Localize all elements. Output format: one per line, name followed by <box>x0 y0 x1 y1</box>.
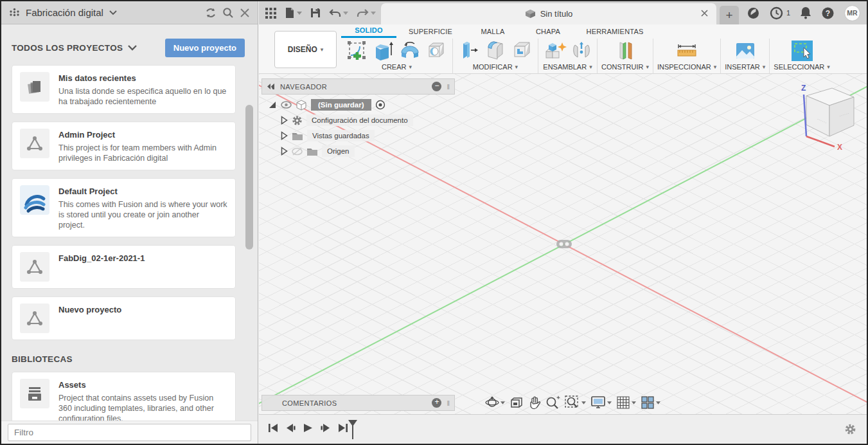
app-bar-right-tools: 1 ? MR <box>747 1 860 24</box>
save-icon[interactable] <box>310 8 321 18</box>
panel-grip-handle[interactable]: ‖ <box>447 83 450 91</box>
group-ensamblar-dropdown[interactable]: ENSAMBLAR ▾ <box>543 63 592 74</box>
fillet-icon[interactable] <box>483 39 508 63</box>
fusion-logo-icon <box>20 185 49 215</box>
play-icon[interactable] <box>303 422 314 436</box>
visibility-eye-icon[interactable] <box>281 101 292 109</box>
tree-item-named-views[interactable]: Vistas guardadas <box>268 128 413 143</box>
all-projects-dropdown[interactable]: TODOS LOS PROYECTOS <box>12 43 137 53</box>
orbit-icon[interactable] <box>485 395 505 410</box>
undo-icon[interactable] <box>329 8 348 18</box>
group-insertar-dropdown[interactable]: INSERTAR ▾ <box>725 63 765 74</box>
extensions-icon[interactable] <box>747 6 760 20</box>
create-sketch-icon[interactable] <box>345 39 369 63</box>
document-tab[interactable]: Sin título <box>381 3 716 24</box>
pan-icon[interactable] <box>528 395 541 410</box>
filter-input[interactable] <box>8 424 251 441</box>
show-data-panel-icon[interactable] <box>265 8 276 19</box>
tab-malla[interactable]: MALLA <box>465 24 521 38</box>
select-icon[interactable] <box>789 39 815 63</box>
revolve-icon[interactable] <box>398 39 422 63</box>
group-label: INSERTAR <box>725 63 760 71</box>
expand-open-icon[interactable] <box>268 100 277 109</box>
zoom-icon[interactable] <box>545 395 560 410</box>
refresh-icon[interactable] <box>205 7 217 19</box>
file-menu-icon[interactable] <box>285 7 302 19</box>
help-icon[interactable]: ? <box>821 6 835 20</box>
new-tab-button[interactable]: + <box>720 6 739 24</box>
hub-title[interactable]: Fabricación digital <box>26 7 103 18</box>
navigator-panel-header[interactable]: NAVEGADOR − ‖ <box>261 78 455 95</box>
model-canvas[interactable]: NAVEGADOR − ‖ (Sin guardar) Configuració… <box>259 74 867 414</box>
step-back-icon[interactable] <box>285 422 296 436</box>
hole-icon[interactable] <box>424 39 448 63</box>
skip-to-end-icon[interactable] <box>337 422 348 436</box>
group-construir-dropdown[interactable]: CONSTRUIR ▾ <box>601 63 649 74</box>
activate-radio-icon[interactable] <box>375 100 385 110</box>
zoom-window-icon[interactable] <box>565 395 586 410</box>
panel-grip-handle[interactable]: ‖ <box>447 399 450 407</box>
group-inspeccionar-dropdown[interactable]: INSPECCIONAR ▾ <box>657 63 716 74</box>
caret-down-icon <box>500 401 505 404</box>
group-seleccionar: SELECCIONAR ▾ <box>769 39 833 73</box>
new-project-button[interactable]: Nuevo proyecto <box>165 39 245 57</box>
caret-down-icon <box>632 401 636 404</box>
notifications-bell-icon[interactable] <box>800 6 811 19</box>
tree-item-document-settings[interactable]: Configuración del documento <box>268 113 413 128</box>
job-status-icon[interactable]: 1 <box>770 6 790 20</box>
group-modificar-dropdown[interactable]: MODIFICAR ▾ <box>473 63 518 74</box>
combine-icon[interactable] <box>509 39 534 63</box>
redo-icon[interactable] <box>357 8 376 18</box>
group-crear-dropdown[interactable]: CREAR ▾ <box>382 63 412 74</box>
tab-herramientas[interactable]: HERRAMIENTAS <box>575 24 655 38</box>
tree-item-origin[interactable]: Origen <box>268 143 413 159</box>
root-document-label[interactable]: (Sin guardar) <box>311 99 371 111</box>
measure-icon[interactable] <box>674 39 700 63</box>
look-at-icon[interactable] <box>509 396 524 409</box>
comments-panel-header[interactable]: COMENTARIOS + ‖ <box>261 395 455 411</box>
step-forward-icon[interactable] <box>320 422 331 436</box>
project-card-nuevo[interactable]: Nuevo proyecto <box>12 296 236 340</box>
timeline-settings-gear-icon[interactable] <box>844 423 856 438</box>
press-pull-icon[interactable] <box>457 39 481 63</box>
visibility-off-eye-icon[interactable] <box>292 147 303 156</box>
extrude-icon[interactable] <box>371 39 396 63</box>
hub-chevron-down-icon[interactable] <box>109 10 117 15</box>
new-component-icon[interactable] <box>542 39 568 63</box>
workspace-selector[interactable]: DISEÑO ▾ <box>274 31 337 68</box>
avatar[interactable]: MR <box>844 5 860 21</box>
expand-closed-icon[interactable] <box>281 147 288 156</box>
project-card-recent[interactable]: Mis datos recientes Una lista donde se e… <box>12 65 236 114</box>
display-settings-icon[interactable] <box>590 395 612 410</box>
viewports-icon[interactable] <box>641 395 660 410</box>
insert-image-icon[interactable] <box>733 39 757 63</box>
minimize-panel-icon[interactable]: − <box>432 82 441 91</box>
collapse-panel-icon[interactable] <box>267 84 275 89</box>
grid-snap-icon[interactable] <box>616 395 636 410</box>
search-icon[interactable] <box>222 7 234 19</box>
timeline-position-marker[interactable] <box>348 419 358 442</box>
group-seleccionar-dropdown[interactable]: SELECCIONAR ▾ <box>774 63 829 74</box>
close-panel-icon[interactable] <box>240 8 250 18</box>
project-card-default[interactable]: Default Project This comes with Fusion a… <box>12 178 236 237</box>
construction-plane-icon[interactable] <box>613 39 637 63</box>
workspace-label: DISEÑO <box>288 45 317 54</box>
close-tab-icon[interactable] <box>700 8 709 20</box>
project-card-fabdig[interactable]: FabDig_02-1er-2021-1 <box>12 245 236 289</box>
viewcube[interactable]: ······ ······ Z X <box>787 80 858 152</box>
add-comment-icon[interactable]: + <box>432 398 441 408</box>
expand-closed-icon[interactable] <box>281 116 288 125</box>
joint-icon[interactable] <box>570 39 593 63</box>
tab-superficie[interactable]: SUPERFICIE <box>396 24 465 38</box>
project-card-admin[interactable]: Admin Project This project is for team m… <box>12 122 236 170</box>
tree-root-row[interactable]: (Sin guardar) <box>268 97 413 113</box>
data-panel-scrollbar[interactable] <box>245 105 253 250</box>
origin-marker[interactable] <box>556 239 572 251</box>
skip-to-start-icon[interactable] <box>268 422 279 436</box>
card-title: Default Project <box>58 186 227 196</box>
tab-chapa[interactable]: CHAPA <box>521 24 575 38</box>
expand-closed-icon[interactable] <box>281 131 288 140</box>
project-icon <box>20 304 49 333</box>
libraries-section-label: BIBLIOTECAS <box>12 354 247 364</box>
tab-solido[interactable]: SOLIDO <box>341 24 396 38</box>
